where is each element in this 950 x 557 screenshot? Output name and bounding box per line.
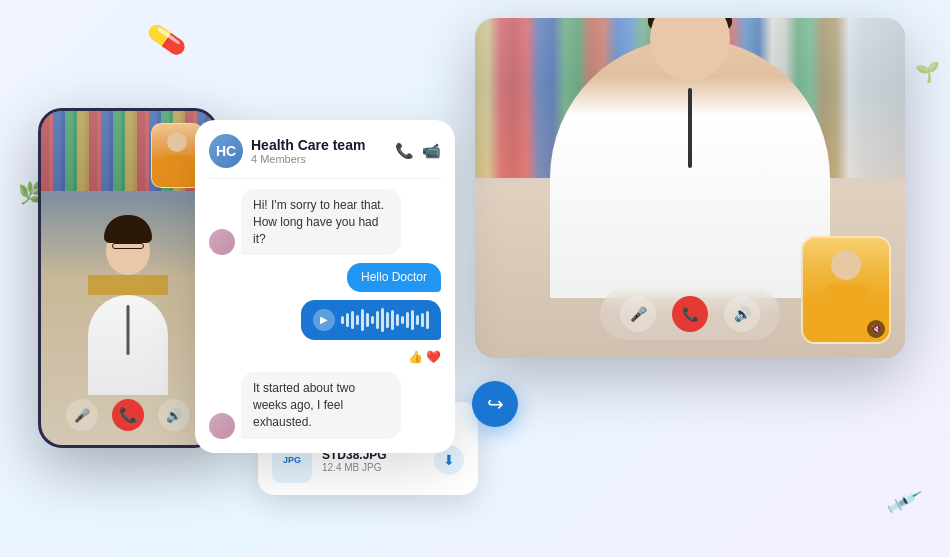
message-2-text: Hello Doctor <box>361 270 427 284</box>
voice-waveform <box>341 308 429 332</box>
voice-reactions: 👍 ❤️ <box>209 350 441 364</box>
chat-title-area: Health Care team 4 Members <box>251 137 387 165</box>
wave-person-body <box>825 284 867 332</box>
phone-doctor-head <box>106 227 150 275</box>
chat-call-icon[interactable]: 📞 <box>395 142 414 160</box>
wave-bar-11 <box>391 310 394 330</box>
chat-panel: HC Health Care team 4 Members 📞 📹 Hi! I'… <box>195 120 455 453</box>
download-icon: ⬇ <box>443 452 455 468</box>
reaction-thumbs[interactable]: 👍 <box>408 350 423 364</box>
main-video-frame: 🎤 📞 🔊 🔇 <box>475 18 905 358</box>
chat-subtitle: 4 Members <box>251 153 387 165</box>
wave-bar-9 <box>381 308 384 332</box>
main-speaker-button[interactable]: 🔊 <box>724 296 760 332</box>
phone-hangup-button[interactable]: 📞 <box>112 399 144 431</box>
chat-group-avatar: HC <box>209 134 243 168</box>
wave-bar-3 <box>351 311 354 329</box>
phone-mic-button[interactable]: 🎤 <box>66 399 98 431</box>
wave-bar-17 <box>421 313 424 327</box>
share-icon: ↪ <box>487 392 504 416</box>
main-video-controls: 🎤 📞 🔊 <box>600 288 780 340</box>
wave-bar-10 <box>386 312 389 328</box>
message-1-avatar <box>209 229 235 255</box>
file-type-label: JPG <box>283 455 301 465</box>
wave-bar-12 <box>396 314 399 326</box>
patient-body <box>163 155 191 185</box>
main-doctor-head <box>650 18 730 81</box>
phone-doctor-figure <box>73 227 183 395</box>
wave-bar-14 <box>406 312 409 328</box>
medicine-icon: 💊 <box>145 19 188 60</box>
voice-message-bubble[interactable]: ▶ <box>301 300 441 340</box>
main-small-video: 🔇 <box>801 236 891 344</box>
wave-bar-18 <box>426 311 429 329</box>
wave-person-head <box>831 250 861 280</box>
phone-doctor-coat <box>88 295 168 395</box>
wave-bar-15 <box>411 310 414 330</box>
phone-stethoscope <box>127 305 130 355</box>
leaf-right-icon: 🌱 <box>915 60 940 84</box>
wave-bar-2 <box>346 313 349 327</box>
wave-bar-4 <box>356 315 359 325</box>
message-4-avatar <box>209 413 235 439</box>
phone-doctor-glasses <box>112 243 144 249</box>
wave-bar-5 <box>361 309 364 331</box>
message-1-bubble: Hi! I'm sorry to hear that. How long hav… <box>241 189 401 255</box>
share-button[interactable]: ↪ <box>472 381 518 427</box>
phone-doctor-shirt <box>88 275 168 295</box>
wave-bar-6 <box>366 313 369 327</box>
chat-messages: Hi! I'm sorry to hear that. How long hav… <box>209 189 441 439</box>
message-4-text: It started about two weeks ago, I feel e… <box>253 381 355 429</box>
phone-frame: 🎤 📞 🔊 <box>38 108 218 448</box>
phone-speaker-button[interactable]: 🔊 <box>158 399 190 431</box>
chat-title: Health Care team <box>251 137 387 153</box>
message-3-voice: ▶ <box>209 300 441 340</box>
main-mic-button[interactable]: 🎤 <box>620 296 656 332</box>
wave-bar-16 <box>416 315 419 325</box>
phone-controls: 🎤 📞 🔊 <box>41 399 215 431</box>
file-meta: 12.4 MB JPG <box>322 462 424 473</box>
message-4-bubble: It started about two weeks ago, I feel e… <box>241 372 401 438</box>
message-1: Hi! I'm sorry to hear that. How long hav… <box>209 189 441 255</box>
chat-video-icon[interactable]: 📹 <box>422 142 441 160</box>
wave-bar-13 <box>401 316 404 324</box>
message-4: It started about two weeks ago, I feel e… <box>209 372 441 438</box>
message-2-bubble: Hello Doctor <box>347 263 441 292</box>
chat-header: HC Health Care team 4 Members 📞 📹 <box>209 134 441 179</box>
wave-bar-8 <box>376 311 379 329</box>
message-1-text: Hi! I'm sorry to hear that. How long hav… <box>253 198 384 246</box>
main-hangup-button[interactable]: 📞 <box>672 296 708 332</box>
chat-header-actions[interactable]: 📞 📹 <box>395 142 441 160</box>
message-2: Hello Doctor <box>209 263 441 292</box>
main-stethoscope <box>688 88 692 168</box>
reaction-heart[interactable]: ❤️ <box>426 350 441 364</box>
voice-play-button[interactable]: ▶ <box>313 309 335 331</box>
patient-head <box>167 132 187 152</box>
wave-bar-1 <box>341 316 344 324</box>
wave-bar-7 <box>371 316 374 324</box>
mute-badge: 🔇 <box>867 320 885 338</box>
